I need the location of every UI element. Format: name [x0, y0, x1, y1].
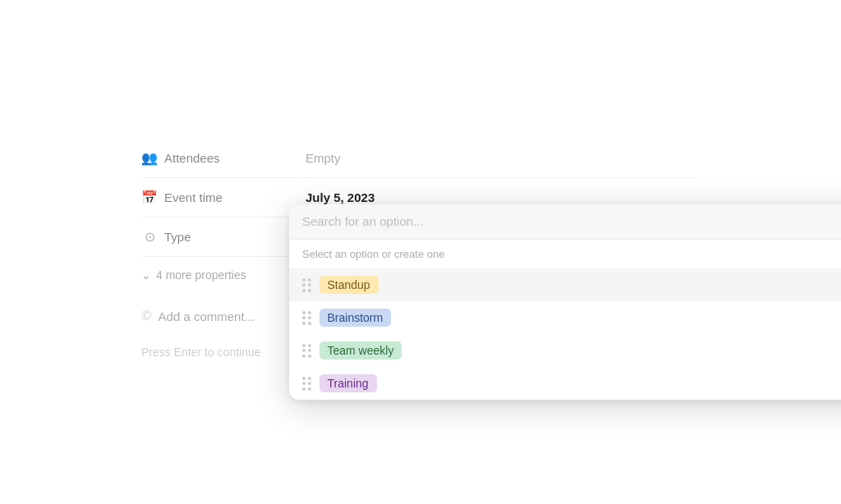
attendees-value[interactable]: Empty	[306, 151, 341, 165]
drag-handle-standup	[302, 278, 311, 292]
add-comment-placeholder[interactable]: Add a comment...	[159, 309, 255, 323]
comment-icon: ©	[141, 308, 152, 324]
option-brainstorm[interactable]: Brainstorm ···	[289, 301, 841, 334]
calendar-icon: 📅	[141, 190, 158, 205]
type-dropdown: Select an option or create one Standup ·…	[289, 204, 841, 400]
drag-handle-team-weekly	[302, 344, 311, 358]
type-icon: ⊙	[141, 229, 158, 245]
tag-brainstorm: Brainstorm	[319, 309, 392, 327]
form-area: 👥 Attendees Empty 📅 Event time July 5, 2…	[141, 139, 700, 365]
chevron-icon: ⌄	[141, 268, 151, 282]
option-standup[interactable]: Standup ···	[289, 268, 841, 301]
event-time-label: 📅 Event time	[141, 190, 306, 205]
attendees-icon: 👥	[141, 150, 158, 166]
search-input[interactable]	[302, 214, 841, 228]
drag-handle-brainstorm	[302, 311, 311, 325]
page-container: 👥 Attendees Empty 📅 Event time July 5, 2…	[0, 0, 841, 504]
tag-standup: Standup	[319, 276, 379, 294]
tag-team-weekly: Team weekly	[319, 341, 402, 360]
tag-training: Training	[319, 374, 377, 392]
options-list: Standup ··· Brainstorm ··· Team we	[289, 268, 841, 400]
option-training[interactable]: Training ···	[289, 367, 841, 400]
drag-handle-training	[302, 377, 311, 391]
type-label: ⊙ Type	[141, 229, 306, 245]
option-team-weekly[interactable]: Team weekly ···	[289, 334, 841, 367]
attendees-row: 👥 Attendees Empty	[141, 139, 700, 178]
attendees-label: 👥 Attendees	[141, 150, 306, 166]
dropdown-hint: Select an option or create one	[289, 240, 841, 268]
search-wrapper	[289, 204, 841, 240]
event-time-value[interactable]: July 5, 2023	[306, 190, 375, 204]
